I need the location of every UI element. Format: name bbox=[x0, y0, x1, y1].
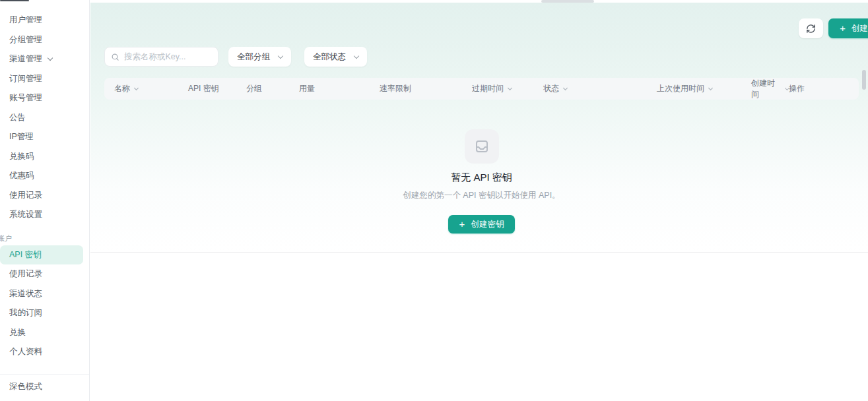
table-column-header[interactable]: 用量 bbox=[299, 83, 380, 94]
sidebar-item[interactable]: 兑换 bbox=[0, 323, 83, 343]
sidebar-item[interactable]: 使用记录 bbox=[0, 264, 83, 284]
sidebar-item[interactable]: 系统设置 bbox=[0, 205, 83, 225]
sidebar-item[interactable]: API 密钥 bbox=[0, 245, 83, 265]
main-content: + 创建密钥 全部分组 全部状态 名称 bbox=[90, 0, 868, 401]
create-key-button-label: 创建密钥 bbox=[471, 219, 504, 230]
sidebar-item[interactable]: 使用记录 bbox=[0, 186, 83, 206]
sidebar-item-label: 订阅管理 bbox=[9, 73, 42, 84]
sidebar-item[interactable]: 个人资料 bbox=[0, 342, 83, 362]
empty-state-create-key-button[interactable]: + 创建密钥 bbox=[448, 215, 516, 233]
sidebar-item[interactable]: 优惠码 bbox=[0, 166, 83, 186]
sidebar-item-label: 使用记录 bbox=[9, 268, 42, 280]
sort-caret-icon bbox=[563, 85, 568, 90]
sidebar-item-label: 渠道管理 bbox=[9, 53, 42, 65]
sidebar-account-nav: API 密钥 使用记录 渠道状态 我的订阅 bbox=[0, 245, 83, 362]
sidebar-item[interactable]: 兑换码 bbox=[0, 147, 83, 167]
plus-icon: + bbox=[459, 219, 465, 229]
search-box bbox=[104, 47, 218, 67]
table-column-label: 名称 bbox=[114, 83, 130, 94]
sort-caret-icon bbox=[134, 85, 139, 90]
sidebar-item-label: 系统设置 bbox=[9, 209, 42, 220]
toolbar: + 创建密钥 bbox=[799, 18, 868, 38]
sidebar-admin-nav: 用户管理 分组管理 渠道管理 订阅管理 bbox=[0, 0, 89, 362]
group-filter-value: 全部分组 bbox=[237, 51, 270, 63]
sidebar-section-label: 账户 bbox=[0, 232, 83, 245]
table-column-label: 上次使用时间 bbox=[657, 83, 704, 94]
status-filter-value: 全部状态 bbox=[313, 51, 346, 63]
refresh-icon bbox=[806, 24, 816, 34]
sidebar-item-label: API 密钥 bbox=[9, 249, 42, 261]
sidebar-item-label: 账号管理 bbox=[9, 92, 42, 104]
sidebar-item-label: 渠道状态 bbox=[9, 288, 42, 299]
sidebar-item-label: 优惠码 bbox=[9, 170, 34, 181]
table-column-label: 分组 bbox=[246, 83, 262, 94]
table-column-header[interactable]: 速率限制 bbox=[380, 83, 472, 94]
sidebar-item[interactable]: 渠道管理 bbox=[0, 49, 83, 69]
sidebar-item-label: 我的订阅 bbox=[9, 307, 42, 319]
sidebar-item[interactable]: 公告 bbox=[0, 108, 83, 128]
sidebar-item[interactable]: 我的订阅 bbox=[0, 303, 83, 323]
sidebar-item[interactable]: 渠道状态 bbox=[0, 284, 83, 304]
table-column-header[interactable]: 操作 bbox=[789, 83, 805, 94]
table-column-label: 过期时间 bbox=[472, 83, 504, 94]
chevron-down-icon bbox=[48, 55, 53, 61]
sidebar-item[interactable]: 用户管理 bbox=[0, 11, 83, 30]
filter-bar: 全部分组 全部状态 bbox=[104, 47, 367, 67]
sort-caret-icon bbox=[708, 85, 713, 90]
table-column-header[interactable]: 过期时间 bbox=[472, 83, 543, 94]
plus-icon: + bbox=[840, 23, 846, 33]
sidebar-item-label: 用户管理 bbox=[9, 15, 42, 26]
status-filter-select[interactable]: 全部状态 bbox=[304, 47, 367, 67]
empty-state-description: 创建您的第一个 API 密钥以开始使用 API。 bbox=[403, 190, 560, 201]
table-column-label: 创建时间 bbox=[751, 78, 781, 100]
empty-state-title: 暂无 API 密钥 bbox=[451, 171, 512, 184]
sidebar-item[interactable]: IP管理 bbox=[0, 127, 83, 147]
table-column-header[interactable]: 分组 bbox=[246, 83, 299, 94]
table-column-label: 操作 bbox=[789, 83, 805, 94]
create-key-button-label: 创建密钥 bbox=[851, 23, 868, 34]
table-column-header[interactable]: API 密钥 bbox=[188, 83, 246, 94]
refresh-button[interactable] bbox=[799, 18, 823, 38]
sidebar-footer: 深色模式 bbox=[0, 374, 89, 401]
sidebar: 用户管理 分组管理 渠道管理 订阅管理 bbox=[0, 0, 90, 401]
sidebar-item-label: 使用记录 bbox=[9, 190, 42, 201]
chevron-down-icon bbox=[354, 53, 359, 58]
group-filter-select[interactable]: 全部分组 bbox=[228, 47, 291, 67]
table-column-header[interactable]: 状态 bbox=[543, 83, 657, 94]
vertical-scrollbar-thumb[interactable] bbox=[862, 70, 866, 90]
table-column-label: 用量 bbox=[299, 83, 315, 94]
sidebar-item[interactable]: 账号管理 bbox=[0, 88, 83, 108]
empty-state-icon-badge bbox=[465, 129, 499, 164]
table-column-header[interactable]: 上次使用时间 bbox=[657, 83, 751, 94]
inbox-icon bbox=[474, 139, 490, 154]
table-column-header[interactable]: 创建时间 bbox=[751, 78, 789, 100]
empty-state: 暂无 API 密钥 创建您的第一个 API 密钥以开始使用 API。 + 创建密… bbox=[104, 100, 859, 253]
sort-caret-icon bbox=[508, 85, 512, 90]
chevron-down-icon bbox=[278, 53, 283, 58]
sidebar-item-label: 兑换 bbox=[9, 327, 26, 338]
table-column-label: API 密钥 bbox=[188, 83, 219, 94]
search-icon bbox=[111, 53, 119, 61]
table-column-label: 状态 bbox=[543, 83, 559, 94]
sidebar-item-label: 兑换码 bbox=[9, 151, 34, 162]
sidebar-clipped-item-edge bbox=[0, 0, 29, 1]
horizontal-scrollbar-thumb[interactable] bbox=[541, 0, 594, 3]
sidebar-item-label: IP管理 bbox=[9, 131, 34, 142]
dark-mode-toggle[interactable]: 深色模式 bbox=[9, 381, 89, 392]
create-key-button[interactable]: + 创建密钥 bbox=[828, 18, 868, 38]
table-column-label: 速率限制 bbox=[380, 83, 411, 94]
search-input[interactable] bbox=[124, 52, 212, 61]
sidebar-item[interactable]: 订阅管理 bbox=[0, 69, 83, 89]
sidebar-item-label: 个人资料 bbox=[9, 346, 42, 357]
sidebar-item-label: 公告 bbox=[9, 112, 26, 123]
sidebar-item-label: 分组管理 bbox=[9, 34, 42, 46]
table-header-row: 名称 API 密钥 分组 用量 速率限制 bbox=[104, 78, 859, 100]
table-column-header[interactable]: 名称 bbox=[114, 83, 188, 94]
sidebar-item[interactable]: 分组管理 bbox=[0, 30, 83, 50]
